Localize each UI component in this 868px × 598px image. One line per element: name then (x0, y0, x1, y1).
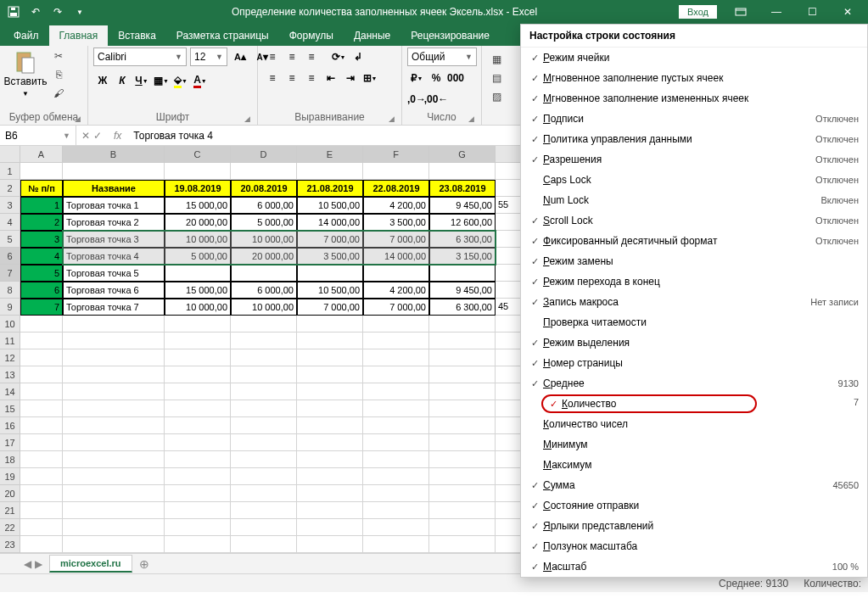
cell[interactable]: 10 000,00 (165, 231, 231, 248)
font-name-combo[interactable]: Calibri▼ (93, 48, 187, 66)
row-header[interactable]: 18 (0, 451, 20, 468)
maximize-icon[interactable]: ☐ (795, 2, 829, 22)
row-header[interactable]: 19 (0, 468, 20, 485)
redo-icon[interactable]: ↷ (48, 2, 68, 22)
sheet-prev-icon[interactable]: ◀ (24, 558, 31, 570)
cell[interactable] (165, 349, 231, 366)
decrease-indent-icon[interactable]: ⇤ (322, 69, 340, 87)
cell[interactable] (231, 265, 297, 282)
context-menu-item[interactable]: ✓Режим перехода в конец (521, 271, 867, 292)
row-header[interactable]: 21 (0, 502, 20, 519)
cell[interactable] (165, 434, 231, 451)
cell[interactable]: 7 (20, 299, 63, 316)
align-top-icon[interactable]: ≡ (263, 48, 282, 66)
tab-Формулы[interactable]: Формулы (279, 25, 344, 46)
cell[interactable] (63, 333, 165, 349)
bold-button[interactable]: Ж (93, 71, 112, 90)
cell[interactable] (363, 265, 429, 282)
cell[interactable] (363, 451, 429, 468)
cell[interactable]: 5 000,00 (231, 214, 297, 231)
row-header[interactable]: 12 (0, 349, 20, 366)
cell[interactable] (63, 316, 165, 333)
cell[interactable]: № п/п (20, 180, 63, 197)
cell[interactable] (231, 349, 297, 366)
row-header[interactable]: 13 (0, 366, 20, 383)
row-header[interactable]: 23 (0, 536, 20, 553)
cell[interactable] (297, 333, 363, 349)
cell[interactable]: 6 (20, 282, 63, 299)
context-menu-item[interactable]: ✓Сумма45650 (521, 475, 867, 495)
cell[interactable] (20, 417, 63, 434)
cell[interactable] (20, 316, 63, 333)
cell[interactable]: Торговая точка 5 (63, 265, 165, 282)
cell[interactable]: 2 (20, 214, 63, 231)
cell[interactable] (363, 417, 429, 434)
cell[interactable]: 5 (20, 265, 63, 282)
cut-icon[interactable]: ✂ (49, 48, 68, 64)
sheet-next-icon[interactable]: ▶ (35, 558, 42, 570)
number-format-combo[interactable]: Общий▼ (407, 48, 477, 66)
cell[interactable] (231, 383, 297, 400)
cell[interactable] (429, 366, 496, 383)
cell[interactable] (165, 502, 231, 519)
align-right-icon[interactable]: ≡ (302, 69, 321, 87)
cell[interactable] (63, 417, 165, 434)
cell[interactable] (231, 400, 297, 417)
cell[interactable]: 9 450,00 (429, 282, 496, 299)
cell[interactable] (63, 163, 165, 180)
cell[interactable]: 7 000,00 (363, 299, 429, 316)
ribbon-options-icon[interactable] (724, 2, 758, 22)
tab-Вставка[interactable]: Вставка (108, 25, 166, 46)
undo-icon[interactable]: ↶ (25, 2, 46, 22)
add-sheet-icon[interactable]: ⊕ (132, 557, 156, 571)
cell[interactable] (231, 519, 297, 536)
row-header[interactable]: 11 (0, 333, 20, 349)
currency-icon[interactable]: ₽▼ (407, 69, 426, 87)
grow-font-icon[interactable]: A▴ (231, 48, 249, 66)
cell[interactable]: 20 000,00 (165, 214, 231, 231)
row-header[interactable]: 3 (0, 197, 20, 214)
close-icon[interactable]: ✕ (831, 2, 865, 22)
cond-format-icon[interactable]: ▦ (487, 51, 506, 68)
cell[interactable]: 14 000,00 (297, 214, 363, 231)
cell[interactable] (20, 400, 63, 417)
row-header[interactable]: 10 (0, 316, 20, 333)
cell[interactable] (297, 366, 363, 383)
underline-button[interactable]: Ч▼ (132, 71, 151, 90)
cell[interactable] (429, 434, 496, 451)
save-icon[interactable] (3, 2, 24, 22)
cell[interactable] (363, 502, 429, 519)
cell[interactable] (363, 366, 429, 383)
context-menu-item[interactable]: ✓Количество (541, 394, 757, 413)
wrap-text-icon[interactable]: ↲ (349, 48, 367, 66)
cell[interactable] (165, 333, 231, 349)
cell[interactable] (20, 502, 63, 519)
cell[interactable] (297, 502, 363, 519)
cell[interactable] (165, 519, 231, 536)
cell[interactable] (20, 519, 63, 536)
fill-color-icon[interactable]: ⬙▼ (171, 71, 190, 90)
context-menu-item[interactable]: Caps LockОтключен (521, 170, 867, 190)
cell[interactable]: 6 000,00 (231, 197, 297, 214)
cell[interactable]: 3 (20, 231, 63, 248)
cell[interactable] (20, 383, 63, 400)
cell[interactable] (297, 349, 363, 366)
cell[interactable] (297, 485, 363, 502)
row-header[interactable]: 5 (0, 231, 20, 248)
table-icon[interactable]: ▤ (487, 70, 506, 87)
col-header[interactable]: C (165, 146, 231, 163)
cell[interactable] (165, 485, 231, 502)
context-menu-item[interactable]: ✓Scroll LockОтключен (521, 210, 867, 231)
row-header[interactable]: 17 (0, 434, 20, 451)
cell[interactable] (297, 519, 363, 536)
row-header[interactable]: 15 (0, 400, 20, 417)
cell[interactable]: 4 200,00 (363, 282, 429, 299)
col-header[interactable]: F (363, 146, 429, 163)
qat-dropdown-icon[interactable]: ▼ (70, 2, 90, 22)
cell[interactable] (63, 349, 165, 366)
cell[interactable] (429, 163, 496, 180)
row-header[interactable]: 1 (0, 163, 20, 180)
launcher-icon[interactable]: ◢ (468, 115, 474, 123)
context-menu-item[interactable]: ✓Состояние отправки (521, 495, 867, 516)
cell[interactable] (20, 468, 63, 485)
